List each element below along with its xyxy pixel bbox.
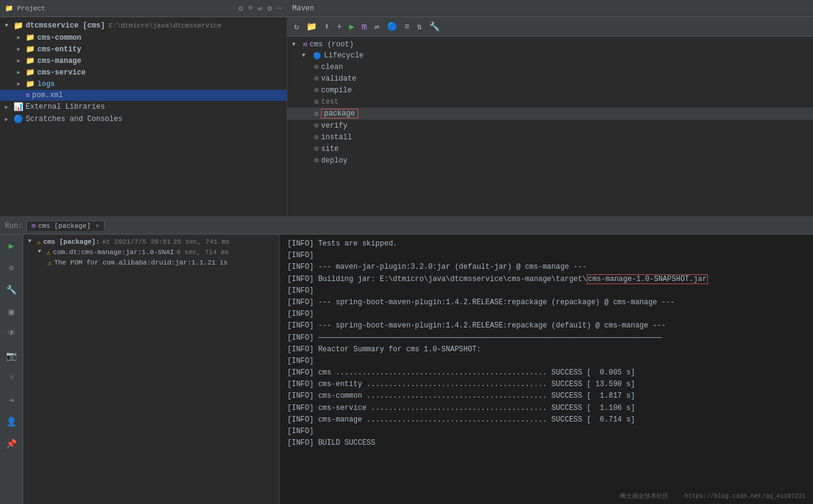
project-panel: 📁 Project ⚙ ≡ ⇌ ⚙ ─ ▼ 📁 dtcmsservice [cm… bbox=[0, 0, 287, 216]
tree-item-scratches[interactable]: ▶ 🔵 Scratches and Consoles bbox=[0, 113, 287, 125]
verify-label: verify bbox=[321, 122, 347, 130]
maven-tab-icon: m bbox=[32, 222, 36, 230]
run-tree-child2[interactable]: ⚠ The POM for com.alibaba:druid:jar:1.1.… bbox=[23, 258, 279, 268]
run-cam-icon[interactable]: 📷 bbox=[3, 347, 20, 364]
console-line-6: [INFO] --- spring-boot-maven-plugin:1.4.… bbox=[287, 297, 806, 309]
run-sidebar: ▶ ⊙ 🔧 ▣ 👁 📷 ⑂ ⇥ 👤 📌 bbox=[0, 235, 23, 504]
maven-lifecycle[interactable]: ▼ 🔵 Lifecycle bbox=[287, 50, 813, 61]
tree-item-logs[interactable]: ▶ 📁 logs bbox=[0, 78, 287, 90]
info-btn[interactable]: 🔵 bbox=[385, 20, 399, 33]
maven-root-label: cms (root) bbox=[310, 40, 354, 49]
run-tree-child1[interactable]: ▼ ⚠ com.dt:cms-manage:jar:1.0-SNAI 6 sec… bbox=[23, 247, 279, 258]
folder-btn[interactable]: 📁 bbox=[304, 20, 318, 33]
run-bar: Run: m cms [package] × bbox=[0, 217, 813, 235]
console-line-12: [INFO] cms .............................… bbox=[287, 367, 806, 379]
maven-clean[interactable]: ⚙ clean bbox=[287, 61, 813, 73]
list-btn[interactable]: ≡ bbox=[403, 21, 411, 33]
run-tool-icon[interactable]: 🔧 bbox=[3, 281, 20, 298]
console-line-5: [INFO] bbox=[287, 285, 806, 297]
console-line-13: [INFO] cms-entity ......................… bbox=[287, 379, 806, 390]
folder-cms-service-icon: 📁 bbox=[26, 68, 35, 77]
tree-item-pom[interactable]: ▶ m pom.xml bbox=[0, 90, 287, 101]
watermark-site: 稀土掘金技术社区 bbox=[620, 493, 669, 500]
maven-header: Maven bbox=[287, 0, 813, 17]
maven-compile[interactable]: ⚙ compile bbox=[287, 84, 813, 96]
run-tab-cms-package[interactable]: m cms [package] × bbox=[26, 221, 105, 231]
jar-highlight: cms-manage-1.0-SNAPSHOT.jar bbox=[587, 274, 708, 284]
cms-service-label: cms-service bbox=[37, 68, 86, 77]
run-root-at: At 2021/7/5 20:51 bbox=[102, 238, 171, 246]
maven-package[interactable]: ⚙ package bbox=[287, 108, 813, 120]
layout-icon[interactable]: ≡ bbox=[248, 4, 253, 13]
run-pin-icon[interactable]: 📌 bbox=[3, 435, 20, 452]
run-eye-icon[interactable]: 👁 bbox=[3, 325, 20, 342]
cms-common-label: cms-common bbox=[37, 34, 81, 42]
cms-entity-label: cms-entity bbox=[37, 45, 81, 54]
maven-validate[interactable]: ⚙ validate bbox=[287, 73, 813, 84]
project-header-left: 📁 Project bbox=[5, 4, 45, 12]
minimize-icon[interactable]: ─ bbox=[277, 4, 282, 13]
tree-item-ext-libs[interactable]: ▶ 📊 External Libraries bbox=[0, 101, 287, 113]
arrow-run-child1: ▼ bbox=[38, 249, 45, 255]
run-root-label: cms [package]: bbox=[43, 238, 100, 246]
settings-btn[interactable]: 🔧 bbox=[427, 20, 441, 33]
run-child2-label: The POM for com.alibaba:druid:jar:1.1.21… bbox=[54, 259, 228, 266]
maven-tree: ▼ m cms (root) ▼ 🔵 Lifecycle ⚙ clean ⚙ v… bbox=[287, 37, 813, 216]
arrow-cms-service: ▶ bbox=[17, 69, 24, 76]
tree-item-cms-manage[interactable]: ▶ 📁 cms-manage bbox=[0, 55, 287, 67]
tree-item-root[interactable]: ▼ 📁 dtcmsservice [cms] E:\dtmicro\java\d… bbox=[0, 20, 287, 32]
close-tab-btn[interactable]: × bbox=[95, 223, 99, 230]
run-db-icon[interactable]: ▣ bbox=[3, 303, 20, 320]
arrow-cms-manage: ▶ bbox=[17, 57, 24, 64]
maven-install[interactable]: ⚙ install bbox=[287, 131, 813, 143]
console-line-8: [INFO] --- spring-boot-maven-plugin:1.4.… bbox=[287, 320, 806, 332]
tree-item-cms-entity[interactable]: ▶ 📁 cms-entity bbox=[0, 43, 287, 55]
sort-btn[interactable]: ⇅ bbox=[415, 20, 424, 33]
settings2-icon[interactable]: ⚙ bbox=[267, 4, 272, 13]
skip-btn[interactable]: ⇌ bbox=[372, 20, 381, 33]
project-title: Project bbox=[17, 5, 45, 12]
tree-item-cms-common[interactable]: ▶ 📁 cms-common bbox=[0, 32, 287, 43]
gear-clean: ⚙ bbox=[314, 62, 318, 71]
refresh-btn[interactable]: ↻ bbox=[292, 20, 301, 33]
maven-test[interactable]: ⚙ test bbox=[287, 96, 813, 108]
tree-item-cms-service[interactable]: ▶ 📁 cms-service bbox=[0, 67, 287, 78]
console-line-9: [INFO] ─────────────────────────────────… bbox=[287, 332, 806, 344]
folder-cms-common-icon: 📁 bbox=[26, 33, 35, 42]
maven-deploy[interactable]: ⚙ deploy bbox=[287, 155, 813, 166]
add-btn[interactable]: + bbox=[335, 21, 344, 33]
console-line-1: [INFO] Tests are skipped. bbox=[287, 238, 806, 250]
run-step-icon[interactable]: ⊙ bbox=[3, 259, 20, 276]
gear-validate: ⚙ bbox=[314, 74, 318, 83]
split-icon[interactable]: ⇌ bbox=[258, 4, 263, 13]
cog-icon[interactable]: ⚙ bbox=[238, 4, 243, 13]
arrow-root: ▼ bbox=[5, 23, 12, 29]
folder-logs-icon: 📁 bbox=[26, 79, 35, 89]
run-tree-root[interactable]: ▼ ⚠ cms [package]: At 2021/7/5 20:51 25 … bbox=[23, 237, 279, 247]
console-line-18: [INFO] BUILD SUCCESS bbox=[287, 437, 806, 449]
ext-label: External Libraries bbox=[26, 103, 105, 111]
run-play-icon[interactable]: ▶ bbox=[3, 237, 20, 254]
gear-package: ⚙ bbox=[314, 109, 318, 119]
install-label: install bbox=[321, 133, 351, 142]
warning-child2-icon: ⚠ bbox=[48, 259, 52, 267]
arrow-cms-entity: ▶ bbox=[17, 46, 24, 53]
run-btn[interactable]: ▶ bbox=[347, 20, 356, 33]
project-folder-icon: 📁 bbox=[5, 4, 13, 12]
run-user-icon[interactable]: 👤 bbox=[3, 413, 20, 430]
arrow-ext: ▶ bbox=[5, 104, 12, 111]
maven-root[interactable]: ▼ m cms (root) bbox=[287, 39, 813, 50]
run-exit-icon[interactable]: ⇥ bbox=[3, 391, 20, 408]
maven-verify[interactable]: ⚙ verify bbox=[287, 120, 813, 131]
maven-btn[interactable]: m bbox=[360, 21, 369, 33]
arrow-scratches: ▶ bbox=[5, 116, 12, 123]
maven-site[interactable]: ⚙ site bbox=[287, 143, 813, 155]
console-line-3: [INFO] --- maven-jar-plugin:3.2.0:jar (d… bbox=[287, 261, 806, 273]
run-branch-icon[interactable]: ⑂ bbox=[3, 369, 20, 386]
project-header-icons: ⚙ ≡ ⇌ ⚙ ─ bbox=[238, 4, 282, 13]
console-line-14: [INFO] cms-common ......................… bbox=[287, 390, 806, 402]
cms-manage-label: cms-manage bbox=[37, 57, 81, 65]
download-btn[interactable]: ⬇ bbox=[322, 20, 331, 33]
maven-title: Maven bbox=[292, 4, 314, 13]
folder-cms-entity-icon: 📁 bbox=[26, 45, 35, 54]
